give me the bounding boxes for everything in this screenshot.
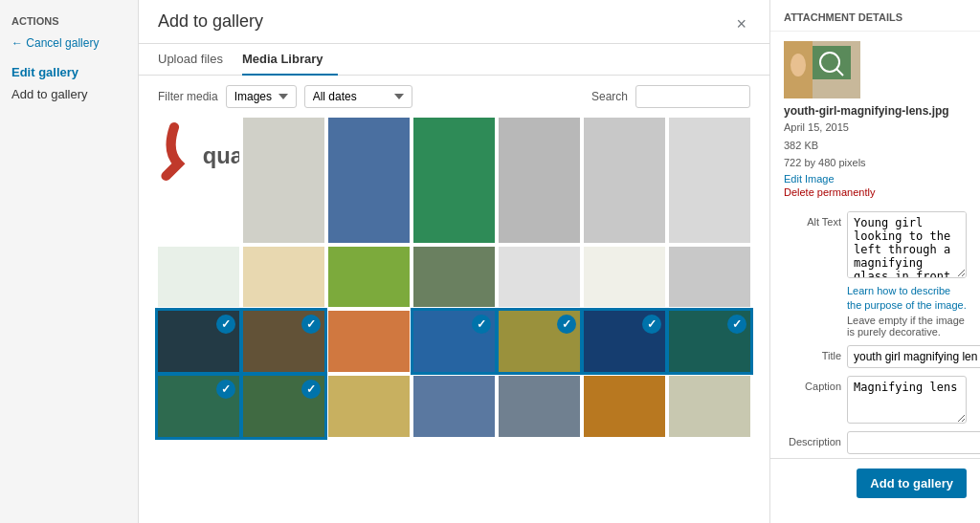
tab-media-library[interactable]: Media Library — [242, 44, 339, 76]
media-item[interactable]: qua — [158, 118, 239, 243]
media-item[interactable] — [243, 247, 324, 308]
media-item[interactable] — [243, 118, 324, 243]
alt-text-label: Alt Text — [784, 211, 841, 228]
sidebar: Actions Cancel gallery Edit gallery Add … — [0, 0, 139, 523]
media-item[interactable]: ✓ — [158, 376, 239, 437]
media-item[interactable]: ✓ — [584, 311, 665, 372]
attachment-details-header: ATTACHMENT DETAILS — [770, 0, 980, 32]
media-item[interactable]: ✓ — [158, 311, 239, 372]
tabs-bar: Upload files Media Library — [139, 44, 769, 76]
alt-text-row: Alt Text — [770, 207, 980, 282]
svg-point-7 — [791, 54, 806, 76]
media-item[interactable] — [499, 118, 580, 243]
title-row: Title — [770, 341, 980, 372]
attachment-size: 382 KB — [770, 138, 980, 156]
attachment-dimensions: 722 by 480 pixels — [770, 155, 980, 173]
media-item[interactable] — [158, 247, 239, 308]
filter-bar: Filter media ImagesAudioVideo All datesJ… — [139, 76, 769, 118]
tab-upload-files[interactable]: Upload files — [158, 44, 238, 76]
media-item[interactable] — [413, 118, 495, 243]
media-item[interactable] — [499, 247, 580, 308]
media-item[interactable]: ✓ — [499, 311, 580, 372]
description-input[interactable] — [847, 431, 980, 454]
media-item[interactable] — [669, 376, 750, 437]
media-item[interactable] — [499, 376, 580, 437]
dialog-header: Add to gallery × — [139, 0, 769, 44]
description-label: Description — [784, 431, 841, 447]
media-item[interactable] — [584, 247, 665, 308]
attachment-thumbnail — [784, 41, 860, 98]
media-item[interactable] — [413, 247, 495, 308]
svg-text:qua: qua — [203, 142, 239, 168]
media-item[interactable]: ✓ — [243, 311, 324, 372]
title-label: Title — [784, 345, 841, 361]
caption-row: Caption — [770, 372, 980, 427]
media-grid-wrapper: qua ✓✓✓✓✓✓✓✓ — [139, 118, 769, 523]
media-item[interactable] — [328, 311, 410, 372]
filter-media-label: Filter media — [158, 90, 218, 103]
delete-permanently-link[interactable]: Delete permanently — [770, 186, 980, 200]
alt-text-input[interactable] — [847, 211, 967, 278]
attachment-filename: youth-girl-magnifying-lens.jpg — [770, 104, 980, 120]
search-label: Search — [591, 90, 628, 103]
alt-text-help[interactable]: Learn how to describe the purpose of the… — [770, 282, 980, 316]
description-row: Description — [770, 427, 980, 458]
actions-label: Actions — [11, 15, 126, 27]
media-item[interactable] — [328, 118, 410, 243]
media-grid: qua ✓✓✓✓✓✓✓✓ — [158, 118, 750, 437]
close-button[interactable]: × — [732, 11, 750, 36]
media-item[interactable] — [669, 247, 750, 308]
add-to-gallery-button[interactable]: Add to gallery — [857, 469, 967, 498]
cancel-gallery-link[interactable]: Cancel gallery — [11, 36, 126, 50]
attachment-date: April 15, 2015 — [770, 120, 980, 138]
filter-date-select[interactable]: All datesJanuary 2015February 2015 — [304, 85, 412, 108]
media-item[interactable]: ✓ — [243, 376, 324, 437]
edit-image-link[interactable]: Edit Image — [770, 173, 980, 186]
media-item[interactable] — [584, 118, 665, 243]
dialog-footer: Add to gallery — [770, 458, 980, 508]
main-dialog: Add to gallery × Upload files Media Libr… — [139, 0, 769, 523]
media-item[interactable] — [328, 376, 410, 437]
title-input[interactable] — [847, 345, 980, 368]
dialog-title: Add to gallery — [158, 11, 263, 43]
edit-gallery-link[interactable]: Edit gallery — [11, 65, 126, 79]
alt-text-note: Leave empty if the image is purely decor… — [770, 315, 980, 341]
right-panel: ATTACHMENT DETAILS youth-girl-magnifying… — [769, 0, 980, 523]
media-item[interactable] — [584, 376, 665, 437]
caption-input[interactable] — [847, 376, 967, 424]
media-item[interactable]: ✓ — [669, 311, 750, 372]
filter-type-select[interactable]: ImagesAudioVideo — [226, 85, 297, 108]
media-item[interactable] — [328, 247, 410, 308]
media-item[interactable] — [669, 118, 750, 243]
search-input[interactable] — [635, 85, 750, 108]
media-item[interactable] — [413, 376, 495, 437]
caption-label: Caption — [784, 376, 841, 392]
media-item[interactable]: ✓ — [413, 311, 495, 372]
svg-rect-3 — [813, 46, 851, 79]
add-to-gallery-link[interactable]: Add to gallery — [11, 87, 126, 101]
